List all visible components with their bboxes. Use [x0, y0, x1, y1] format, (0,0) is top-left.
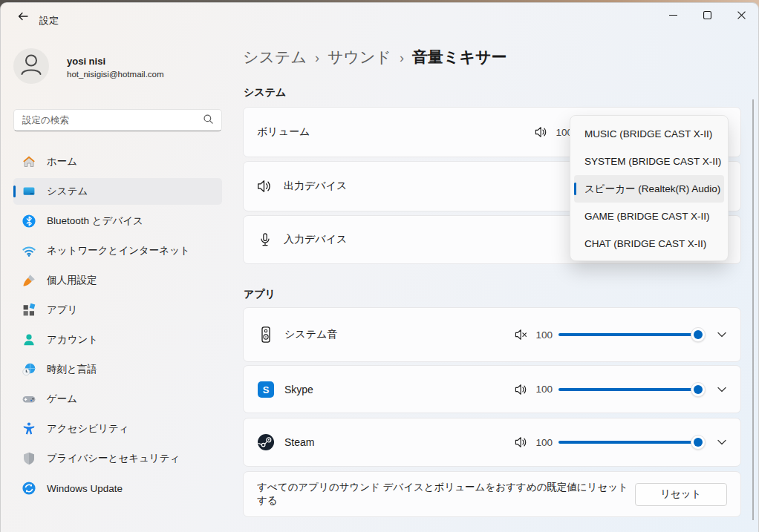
sidebar-item-system[interactable]: システム — [13, 178, 222, 205]
search-input[interactable]: 設定の検索 — [13, 109, 222, 131]
system-icon — [22, 184, 36, 199]
close-icon — [737, 9, 746, 22]
app-volume-value: 100 — [535, 329, 553, 341]
app-row-steam: Steam 100 — [243, 418, 741, 467]
titlebar: 設定 — [1, 3, 758, 33]
skype-icon: S — [257, 381, 275, 398]
back-arrow-icon — [17, 10, 29, 25]
sidebar-item-apps[interactable]: アプリ — [13, 297, 222, 324]
sidebar-item-gaming[interactable]: ゲーム — [13, 386, 222, 413]
reset-row: すべてのアプリのサウンド デバイスとボリュームをおすすめの既定値にリセットする … — [243, 471, 741, 517]
network-icon — [22, 243, 36, 258]
vertical-scrollbar[interactable] — [752, 99, 754, 520]
steam-icon — [257, 433, 275, 451]
volume-row-label: ボリューム — [257, 125, 310, 139]
output-device-dropdown: MUSIC (BRIDGE CAST X-II) SYSTEM (BRIDGE … — [570, 115, 729, 261]
section-label-apps: アプリ — [244, 288, 276, 301]
profile-email: hot_nisigisi@hotmail.com — [67, 70, 164, 79]
dropdown-item-system[interactable]: SYSTEM (BRIDGE CAST X-II) — [574, 148, 724, 175]
sidebar-item-accounts[interactable]: アカウント — [13, 326, 222, 353]
dropdown-item-speakers[interactable]: スピーカー (Realtek(R) Audio) — [574, 175, 724, 203]
privacy-icon — [22, 451, 36, 466]
app-title: 設定 — [39, 14, 59, 27]
sidebar-item-privacy-security[interactable]: プライバシーとセキュリティ — [13, 445, 222, 472]
speaker-icon — [257, 178, 273, 194]
sidebar-item-bluetooth-devices[interactable]: Bluetooth とデバイス — [13, 208, 222, 234]
app-name: Steam — [284, 436, 314, 448]
breadcrumb: システム › サウンド › 音量ミキサー — [243, 47, 506, 68]
dropdown-item-music[interactable]: MUSIC (BRIDGE CAST X-II) — [574, 120, 724, 148]
reset-button[interactable]: リセット — [635, 483, 727, 506]
app-volume-slider[interactable] — [558, 435, 703, 450]
speaker-icon[interactable] — [535, 126, 549, 138]
person-icon — [14, 47, 48, 85]
profile-name: yosi nisi — [67, 56, 105, 67]
slider-thumb[interactable] — [691, 435, 706, 450]
sidebar-item-time-language[interactable]: 時刻と言語 — [13, 356, 222, 383]
app-name: システム音 — [284, 328, 337, 341]
breadcrumb-separator-icon: › — [400, 49, 404, 66]
slider-thumb[interactable] — [691, 382, 706, 397]
sidebar-item-accessibility[interactable]: アクセシビリティ — [13, 416, 222, 442]
accounts-icon — [22, 332, 36, 347]
gaming-icon — [22, 392, 36, 407]
minimize-button[interactable] — [656, 3, 690, 27]
search-icon — [203, 114, 214, 128]
reset-description: すべてのアプリのサウンド デバイスとボリュームをおすすめの既定値にリセットする — [257, 481, 635, 508]
speaker-icon[interactable] — [515, 436, 529, 448]
time-language-icon — [22, 362, 36, 377]
app-volume-value: 100 — [535, 437, 553, 448]
chevron-down-icon[interactable] — [717, 332, 727, 338]
maximize-icon — [703, 9, 711, 22]
chevron-down-icon[interactable] — [717, 439, 727, 445]
accessibility-icon — [22, 421, 36, 436]
sidebar-nav: ホーム システム Bluetooth とデバイス ネットワークとインターネット — [1, 148, 235, 505]
apps-icon — [22, 303, 36, 318]
speaker-muted-icon[interactable] — [515, 329, 529, 341]
sidebar-item-network-internet[interactable]: ネットワークとインターネット — [13, 237, 222, 264]
breadcrumb-separator-icon: › — [315, 49, 319, 66]
desktop-backdrop: 設定 yosi nisi hot_nisigisi@hotmail.com — [0, 0, 759, 532]
minimize-icon — [669, 9, 677, 22]
app-row-skype: S Skype 100 — [243, 365, 741, 413]
dropdown-item-chat[interactable]: CHAT (BRIDGE CAST X-II) — [574, 230, 724, 257]
back-button[interactable] — [11, 8, 35, 27]
app-volume-value: 100 — [535, 384, 553, 395]
chevron-down-icon[interactable] — [717, 387, 727, 393]
input-device-label: 入力デバイス — [284, 233, 347, 246]
home-icon — [22, 154, 36, 169]
personalization-icon — [22, 273, 36, 288]
app-name: Skype — [284, 384, 313, 395]
app-row-system-sounds: システム音 100 — [243, 307, 741, 362]
microphone-icon — [257, 231, 273, 248]
maximize-button[interactable] — [690, 3, 724, 27]
speaker-icon[interactable] — [515, 384, 529, 395]
settings-window: 設定 yosi nisi hot_nisigisi@hotmail.com — [0, 2, 759, 532]
close-button[interactable] — [724, 3, 758, 27]
sidebar-item-personalization[interactable]: 個人用設定 — [13, 267, 222, 294]
app-volume-slider[interactable] — [558, 382, 703, 397]
app-volume-slider[interactable] — [558, 327, 703, 342]
svg-text:S: S — [263, 384, 270, 395]
bluetooth-icon — [22, 214, 36, 229]
system-sounds-icon — [257, 326, 275, 344]
sidebar-item-windows-update[interactable]: Windows Update — [13, 475, 222, 502]
breadcrumb-sound[interactable]: サウンド — [328, 47, 391, 68]
page-title: 音量ミキサー — [412, 47, 506, 68]
breadcrumb-system[interactable]: システム — [243, 47, 307, 68]
output-device-label: 出力デバイス — [284, 180, 347, 193]
sidebar-item-home[interactable]: ホーム — [13, 148, 222, 175]
windows-update-icon — [22, 481, 36, 496]
search-placeholder: 設定の検索 — [22, 114, 203, 127]
avatar[interactable] — [13, 48, 49, 84]
slider-thumb[interactable] — [691, 327, 706, 342]
dropdown-item-game[interactable]: GAME (BRIDGE CAST X-II) — [574, 203, 724, 230]
section-label-system: システム — [244, 86, 286, 99]
